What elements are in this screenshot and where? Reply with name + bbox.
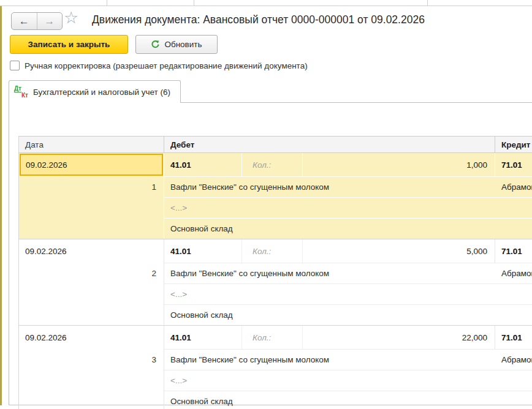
debit-subconto-cell[interactable]: <...>	[164, 197, 495, 218]
entry-main-row: 09.02.202641.01Кол.:22,00071.01	[19, 326, 532, 349]
movements-table: Дата Дебет Кредит 09.02.202641.01Кол.:1,…	[18, 136, 532, 409]
ledger-entry: 09.02.202641.01Кол.:5,00071.012Вафли "Ве…	[19, 239, 532, 325]
quantity-label-cell[interactable]: Кол.:	[241, 239, 303, 263]
credit-subconto-cell[interactable]	[495, 391, 532, 409]
window-tab-separator	[107, 0, 107, 6]
debit-subconto-cell[interactable]: Вафли "Венские" со сгущенным молоком	[164, 263, 495, 283]
credit-account-cell[interactable]: 71.01	[495, 153, 532, 176]
debit-credit-icon: Дт Кт	[14, 85, 29, 99]
debit-subconto-cell[interactable]: <...>	[164, 370, 495, 391]
debit-subconto-cell[interactable]: Основной склад	[164, 304, 495, 325]
entry-main-row: 09.02.202641.01Кол.:5,00071.01	[19, 239, 532, 263]
debit-subconto-cell[interactable]: Вафли "Венские" со сгущенным молоком	[164, 349, 495, 370]
entry-subconto-row: Основной склад	[19, 304, 532, 325]
window-tab-separator	[194, 0, 194, 6]
row-number-cell: 2	[19, 263, 164, 283]
save-and-close-button[interactable]: Записать и закрыть	[10, 35, 128, 54]
back-button[interactable]: ←	[12, 13, 37, 29]
amount-cell[interactable]: 5,000	[303, 239, 495, 263]
forward-button[interactable]: →	[37, 13, 63, 29]
row-number-cell	[19, 391, 164, 409]
entry-main-row: 09.02.202641.01Кол.:1,00071.01	[19, 153, 532, 176]
row-number-cell	[19, 197, 164, 218]
row-number-cell: 3	[19, 349, 164, 370]
refresh-button-label: Обновить	[164, 40, 202, 49]
table-header-row: Дата Дебет Кредит	[19, 136, 532, 153]
date-cell[interactable]: 09.02.2026	[19, 326, 164, 349]
refresh-button[interactable]: Обновить	[135, 35, 218, 54]
quantity-label-cell[interactable]: Кол.:	[241, 326, 303, 349]
credit-subconto-cell[interactable]	[495, 370, 532, 391]
credit-subconto-cell[interactable]	[495, 218, 532, 239]
credit-subconto-cell[interactable]	[495, 283, 532, 304]
history-nav-group: ← →	[11, 12, 63, 30]
window-tab-separator	[427, 0, 428, 6]
debit-subconto-cell[interactable]: <...>	[164, 283, 495, 304]
ledger-entry: 09.02.202641.01Кол.:22,00071.013Вафли "В…	[19, 325, 532, 409]
debit-subconto-cell[interactable]: Основной склад	[164, 391, 495, 409]
credit-account-cell[interactable]: 71.01	[495, 239, 532, 263]
credit-subconto-cell[interactable]	[495, 304, 532, 325]
selected-cell-highlight: 09.02.2026	[20, 154, 163, 176]
entry-subconto-row: Основной склад	[19, 218, 532, 239]
credit-subconto-cell[interactable]	[495, 197, 532, 218]
manual-adjustment-label: Ручная корректировка (разрешает редактир…	[25, 61, 308, 70]
date-cell[interactable]: 09.02.2026	[19, 239, 164, 263]
debit-subconto-cell[interactable]: Вафли "Венские" со сгущенным молоком	[164, 176, 495, 197]
tab-label: Бухгалтерский и налоговый учет (6)	[33, 88, 170, 97]
debit-account-cell[interactable]: 41.01	[164, 326, 241, 349]
movements-table-body: 09.02.202641.01Кол.:1,00071.011Вафли "Ве…	[19, 153, 532, 409]
ledger-entry: 09.02.202641.01Кол.:1,00071.011Вафли "Ве…	[19, 153, 532, 239]
quantity-label-cell[interactable]: Кол.:	[241, 153, 303, 176]
favorite-star-icon[interactable]: ☆	[64, 10, 78, 26]
row-number-cell	[19, 370, 164, 391]
entry-subconto-row: <...>	[19, 283, 532, 304]
entry-subconto-row: 3Вафли "Венские" со сгущенным молокомАбр…	[19, 349, 532, 370]
debit-subconto-cell[interactable]: Основной склад	[164, 218, 495, 239]
credit-subconto-cell[interactable]: Абрамов	[495, 176, 532, 197]
amount-cell[interactable]: 1,000	[303, 153, 495, 176]
entry-subconto-row: Основной склад	[19, 391, 532, 409]
entry-subconto-row: 2Вафли "Венские" со сгущенным молокомАбр…	[19, 263, 532, 283]
document-movements-window: ← → ☆ Движения документа: Авансовый отче…	[0, 0, 532, 409]
amount-cell[interactable]: 22,000	[303, 326, 495, 349]
entry-subconto-row: <...>	[19, 197, 532, 218]
refresh-icon	[151, 40, 160, 49]
background-window-edge	[0, 0, 532, 6]
entry-subconto-row: <...>	[19, 370, 532, 391]
credit-subconto-cell[interactable]: Абрамов	[495, 263, 532, 283]
credit-account-cell[interactable]: 71.01	[495, 326, 532, 349]
column-header-date[interactable]: Дата	[19, 137, 164, 152]
debit-account-cell[interactable]: 41.01	[164, 239, 241, 263]
row-number-cell	[19, 283, 164, 304]
column-header-credit[interactable]: Кредит	[495, 137, 532, 152]
row-number-cell: 1	[19, 176, 164, 197]
manual-adjustment-checkbox[interactable]	[10, 61, 20, 70]
date-cell[interactable]: 09.02.2026	[19, 153, 164, 176]
column-header-debit[interactable]: Дебет	[164, 137, 495, 152]
row-number-cell	[19, 218, 164, 239]
row-number-cell	[19, 304, 164, 325]
tab-accounting-tax[interactable]: Дт Кт Бухгалтерский и налоговый учет (6)	[9, 80, 181, 103]
credit-subconto-cell[interactable]: Абрамов	[495, 349, 532, 370]
debit-account-cell[interactable]: 41.01	[164, 153, 241, 176]
left-window-edge	[0, 6, 2, 405]
page-title: Движения документа: Авансовый отчет 0000…	[92, 13, 425, 26]
entry-subconto-row: 1Вафли "Венские" со сгущенным молокомАбр…	[19, 176, 532, 197]
